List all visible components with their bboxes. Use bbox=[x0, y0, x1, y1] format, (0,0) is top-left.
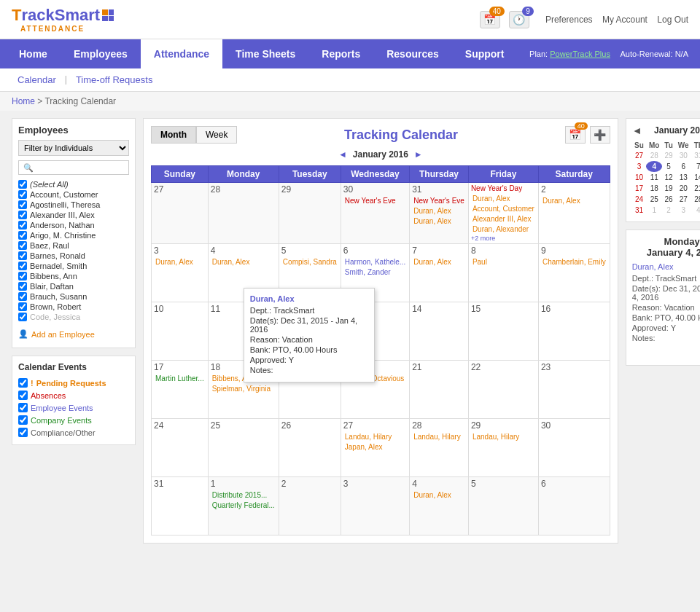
company-events-checkbox[interactable] bbox=[18, 415, 28, 425]
table-row[interactable]: 31 bbox=[152, 477, 209, 536]
cal-event[interactable]: Duran, Alex bbox=[541, 196, 607, 205]
mini-day[interactable]: 7 bbox=[691, 161, 700, 172]
logout-link[interactable]: Log Out bbox=[657, 15, 688, 25]
mini-day[interactable]: 1 bbox=[646, 205, 662, 216]
emp-checkbox[interactable] bbox=[18, 292, 27, 301]
list-item[interactable]: Account, Customer bbox=[18, 189, 129, 200]
emp-checkbox[interactable] bbox=[18, 221, 27, 230]
plan-link[interactable]: PowerTrack Plus bbox=[550, 50, 610, 58]
table-row[interactable]: 2 bbox=[279, 477, 341, 536]
cal-event[interactable]: Duran, Alex bbox=[412, 206, 466, 216]
more-link[interactable]: +2 more bbox=[471, 235, 536, 242]
table-row[interactable]: 9Chamberlain, Emily bbox=[538, 244, 610, 302]
table-row[interactable]: 4 Duran, Alex Duran, Alex Dept.: TrackSm… bbox=[208, 244, 279, 302]
cal-event[interactable]: Duran, Alex bbox=[412, 490, 466, 500]
cal-event[interactable]: Duran, Alex bbox=[412, 257, 466, 267]
table-row[interactable]: 3 bbox=[341, 477, 409, 536]
mini-day-today[interactable]: 4 bbox=[646, 161, 662, 172]
table-row[interactable]: 15 bbox=[468, 302, 538, 361]
mini-day[interactable]: 26 bbox=[662, 194, 675, 205]
nav-reports[interactable]: Reports bbox=[308, 39, 373, 68]
mini-day[interactable]: 19 bbox=[662, 183, 675, 194]
table-row[interactable]: 31New Year's EveDuran, AlexDuran, Alex bbox=[410, 183, 469, 244]
emp-checkbox[interactable] bbox=[18, 251, 27, 260]
cal-event[interactable]: Duran, Alexander bbox=[471, 224, 536, 234]
nav-attendance[interactable]: Attendance bbox=[141, 39, 222, 68]
mini-day[interactable]: 13 bbox=[675, 172, 691, 183]
week-view-btn[interactable]: Week bbox=[196, 126, 237, 144]
select-all-item[interactable]: (Select All) bbox=[18, 179, 129, 189]
table-row[interactable]: 21 bbox=[410, 361, 469, 419]
cal-event[interactable]: Alexander III, Alex bbox=[471, 214, 536, 224]
cal-event[interactable]: Account, Customer bbox=[471, 204, 536, 213]
mini-day[interactable]: 21 bbox=[691, 183, 700, 194]
cal-event[interactable]: Paul bbox=[471, 257, 536, 267]
emp-checkbox[interactable] bbox=[18, 211, 27, 219]
list-item[interactable]: Brauch, Susann bbox=[18, 291, 129, 302]
table-row[interactable]: 30 bbox=[538, 419, 610, 477]
table-row[interactable]: 1Distribute 2015...Quarterly Federal... bbox=[208, 477, 279, 536]
nav-home[interactable]: Home bbox=[6, 39, 61, 68]
table-row[interactable]: 4Duran, Alex bbox=[410, 477, 469, 536]
table-row[interactable]: 25 bbox=[208, 419, 279, 477]
table-row[interactable]: 28Landau, Hilary bbox=[410, 419, 469, 477]
table-row[interactable]: 24 bbox=[152, 419, 209, 477]
calendar-list-icon[interactable]: 📅 40 bbox=[565, 126, 586, 144]
cal-event[interactable]: Compisi, Sandra bbox=[281, 257, 338, 267]
list-item[interactable]: Alexander III, Alex bbox=[18, 210, 129, 220]
table-row[interactable]: 17Martin Luther... bbox=[152, 361, 209, 419]
prev-month-btn[interactable]: ◄ bbox=[338, 149, 347, 160]
cal-event[interactable]: Duran, Alex bbox=[154, 257, 206, 267]
emp-checkbox[interactable] bbox=[18, 313, 27, 321]
mini-day[interactable]: 18 bbox=[646, 183, 662, 194]
emp-checkbox[interactable] bbox=[18, 190, 27, 199]
mini-day[interactable]: 10 bbox=[632, 172, 647, 183]
table-row[interactable]: 29Landau, Hilary bbox=[468, 419, 538, 477]
nav-resources[interactable]: Resources bbox=[373, 39, 452, 68]
table-row[interactable]: 5 bbox=[468, 477, 538, 536]
list-item[interactable]: Brown, Robert bbox=[18, 302, 129, 312]
mini-prev-btn[interactable]: ◄ bbox=[632, 125, 642, 136]
table-row[interactable]: 27Landau, HilaryJapan, Alex bbox=[341, 419, 409, 477]
mini-day[interactable]: 27 bbox=[675, 194, 691, 205]
list-item[interactable]: Agostinelli, Theresa bbox=[18, 200, 129, 210]
cal-event[interactable]: New Year's Eve bbox=[412, 196, 466, 205]
calendar-icon[interactable]: 🕐 9 bbox=[509, 11, 529, 28]
breadcrumb-home[interactable]: Home bbox=[12, 96, 35, 106]
cal-event[interactable]: Duran, Alex bbox=[471, 194, 536, 203]
emp-checkbox[interactable] bbox=[18, 302, 27, 311]
mini-day[interactable]: 28 bbox=[691, 194, 700, 205]
mini-day[interactable]: 30 bbox=[675, 150, 691, 161]
table-row[interactable]: 3Duran, Alex bbox=[152, 244, 209, 302]
cal-event[interactable]: Spielman, Virginia bbox=[211, 384, 276, 393]
table-row[interactable]: 7Duran, Alex bbox=[410, 244, 469, 302]
mini-day[interactable]: 31 bbox=[691, 150, 700, 161]
table-row[interactable]: 22 bbox=[468, 361, 538, 419]
list-item[interactable]: Bibbens, Ann bbox=[18, 271, 129, 281]
compliance-checkbox[interactable] bbox=[18, 428, 28, 437]
list-item[interactable]: Baez, Raul bbox=[18, 240, 129, 251]
select-all-checkbox[interactable] bbox=[18, 180, 27, 189]
pending-checkbox[interactable] bbox=[18, 378, 28, 388]
list-item[interactable]: Blair, Daftan bbox=[18, 281, 129, 291]
mini-day[interactable]: 11 bbox=[646, 172, 662, 183]
mini-day[interactable]: 17 bbox=[632, 183, 647, 194]
cal-event[interactable]: Martin Luther... bbox=[154, 374, 206, 383]
cal-event[interactable]: Harmon, Kathele... bbox=[343, 257, 407, 267]
cal-event[interactable]: Japan, Alex bbox=[343, 442, 407, 452]
cal-event[interactable]: Smith, Zander bbox=[343, 267, 407, 277]
table-row[interactable]: 29 bbox=[279, 183, 341, 244]
table-row[interactable]: 2Duran, Alex bbox=[538, 183, 610, 244]
cal-event[interactable]: Duran, Alex bbox=[211, 257, 276, 267]
mini-day[interactable]: 29 bbox=[662, 150, 675, 161]
nav-support[interactable]: Support bbox=[452, 39, 518, 68]
month-view-btn[interactable]: Month bbox=[151, 126, 196, 144]
mini-day[interactable]: 28 bbox=[646, 150, 662, 161]
mini-day[interactable]: 20 bbox=[675, 183, 691, 194]
cal-event[interactable]: Landau, Hilary bbox=[412, 432, 466, 442]
table-row[interactable]: 30New Year's Eve bbox=[341, 183, 409, 244]
preferences-link[interactable]: Preferences bbox=[545, 15, 593, 25]
mini-day[interactable]: 3 bbox=[675, 205, 691, 216]
next-month-btn[interactable]: ► bbox=[414, 149, 423, 160]
nav-timesheets[interactable]: Time Sheets bbox=[222, 39, 308, 68]
